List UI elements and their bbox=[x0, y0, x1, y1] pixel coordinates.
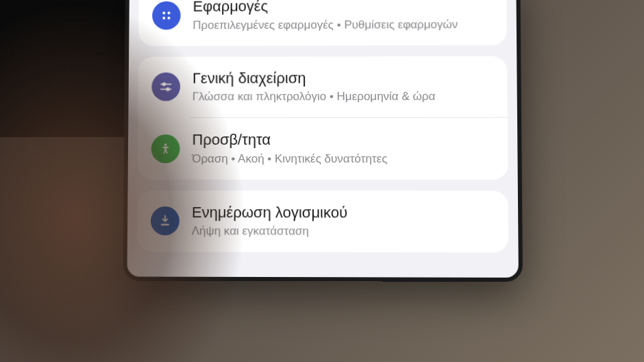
svg-point-7 bbox=[166, 88, 169, 91]
settings-item-accessibility[interactable]: Προσβ/τητα Όραση • Ακοή • Κινητικές δυνα… bbox=[138, 118, 508, 180]
settings-item-text: Προσβ/τητα Όραση • Ακοή • Κινητικές δυνα… bbox=[192, 130, 494, 167]
svg-point-3 bbox=[167, 16, 170, 19]
svg-point-8 bbox=[164, 143, 167, 146]
sliders-icon bbox=[151, 73, 180, 101]
settings-item-general[interactable]: Γενική διαχείριση Γλώσσα και πληκτρολόγι… bbox=[138, 56, 508, 117]
download-icon bbox=[151, 206, 179, 235]
settings-group: Ενημέρωση λογισμικού Λήψη και εγκατάστασ… bbox=[137, 191, 509, 253]
settings-screen: Εφαρμογές Προεπιλεγμένες εφαρμογές • Ρυθ… bbox=[127, 0, 518, 278]
settings-item-subtitle: Λήψη και εγκατάσταση bbox=[192, 224, 495, 240]
settings-item-subtitle: Γλώσσα και πληκτρολόγιο • Ημερομηνία & ώ… bbox=[193, 89, 494, 105]
settings-item-subtitle: Προεπιλεγμένες εφαρμογές • Ρυθμίσεις εφα… bbox=[193, 17, 493, 34]
settings-group: Γενική διαχείριση Γλώσσα και πληκτρολόγι… bbox=[138, 56, 508, 179]
settings-item-title: Προσβ/τητα bbox=[192, 130, 494, 150]
svg-point-2 bbox=[162, 16, 165, 19]
svg-point-1 bbox=[168, 12, 171, 14]
settings-group: Εφαρμογές Προεπιλεγμένες εφαρμογές • Ρυθ… bbox=[138, 0, 507, 46]
settings-item-text: Εφαρμογές Προεπιλεγμένες εφαρμογές • Ρυθ… bbox=[193, 0, 493, 34]
settings-item-text: Ενημέρωση λογισμικού Λήψη και εγκατάστασ… bbox=[192, 203, 495, 241]
settings-item-text: Γενική διαχείριση Γλώσσα και πληκτρολόγι… bbox=[193, 68, 494, 105]
phone-frame: Εφαρμογές Προεπιλεγμένες εφαρμογές • Ρυθ… bbox=[123, 0, 523, 282]
svg-point-5 bbox=[163, 83, 166, 86]
svg-point-0 bbox=[162, 12, 165, 14]
person-icon bbox=[151, 134, 180, 163]
apps-icon bbox=[152, 1, 181, 30]
settings-item-subtitle: Όραση • Ακοή • Κινητικές δυνατότητες bbox=[192, 152, 494, 167]
settings-item-apps[interactable]: Εφαρμογές Προεπιλεγμένες εφαρμογές • Ρυθ… bbox=[138, 0, 507, 46]
settings-item-update[interactable]: Ενημέρωση λογισμικού Λήψη και εγκατάστασ… bbox=[137, 191, 509, 253]
settings-item-title: Εφαρμογές bbox=[193, 0, 493, 16]
settings-item-title: Γενική διαχείριση bbox=[193, 68, 494, 88]
settings-item-title: Ενημέρωση λογισμικού bbox=[192, 203, 495, 223]
